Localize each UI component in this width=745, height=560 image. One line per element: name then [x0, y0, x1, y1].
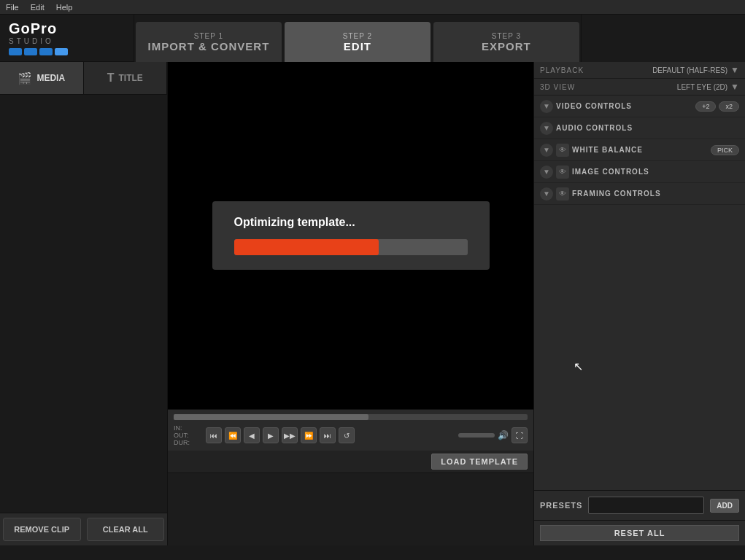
logo-gopro-text: GoPro: [9, 20, 68, 37]
white-balance-row: ▼ 👁 WHITE BALANCE PICK: [534, 139, 745, 161]
audio-controls-collapse[interactable]: ▼: [540, 122, 553, 135]
load-template-area: LOAD TEMPLATE: [168, 451, 533, 472]
step1-name: IMPORT & CONVERT: [148, 40, 270, 52]
dur-label: DUR:: [174, 439, 203, 446]
play-button[interactable]: ▶▶: [282, 427, 298, 443]
clear-all-button[interactable]: CLEAR ALL: [87, 518, 165, 541]
playback-row: PLAYBACK DEFAULT (HALF-RES) ▼: [534, 62, 745, 79]
controls-row: IN: OUT: DUR: ⏮ ⏪ ◀ ▶ ▶▶ ⏩ ⏭ ↺ 🔊 ⛶: [174, 424, 528, 446]
left-content-area: [0, 95, 167, 513]
playback-chevron-icon: ▼: [730, 65, 739, 75]
playback-label: PLAYBACK: [540, 66, 652, 74]
reset-all-button[interactable]: RESET ALL: [540, 525, 739, 541]
center-panel: Optimizing template... ↖ IN: OUT: DUR: ⏮…: [168, 62, 533, 545]
main-area: 🎬 MEDIA T TITLE REMOVE CLIP CLEAR ALL Op…: [0, 62, 745, 545]
fast-forward-button[interactable]: ⏩: [301, 427, 317, 443]
presets-input[interactable]: [588, 497, 704, 514]
framing-controls-row: ▼ 👁 FRAMING CONTROLS: [534, 183, 745, 205]
video-area: Optimizing template... ↖: [168, 62, 533, 409]
playback-controls-area: IN: OUT: DUR: ⏮ ⏪ ◀ ▶ ▶▶ ⏩ ⏭ ↺ 🔊 ⛶: [168, 409, 533, 451]
menu-bar: File Edit Help: [0, 0, 745, 15]
framing-controls-collapse[interactable]: ▼: [540, 187, 553, 201]
audio-controls-label: AUDIO CONTROLS: [556, 124, 739, 132]
volume-area: 🔊: [458, 430, 509, 440]
reset-all-area: RESET ALL: [534, 520, 745, 545]
3d-view-row: 3D VIEW LEFT EYE (2D) ▼: [534, 79, 745, 96]
playback-value[interactable]: DEFAULT (HALF-RES): [652, 66, 727, 74]
tab-media[interactable]: 🎬 MEDIA: [0, 62, 84, 94]
title-icon: T: [107, 71, 115, 85]
3d-view-value[interactable]: LEFT EYE (2D): [677, 83, 727, 91]
white-balance-pick-button[interactable]: PICK: [711, 145, 739, 155]
add-preset-button[interactable]: ADD: [710, 499, 739, 513]
remove-clip-button[interactable]: REMOVE CLIP: [3, 518, 81, 541]
loop-button[interactable]: ↺: [339, 427, 355, 443]
step1-number: STEP 1: [194, 32, 223, 40]
mouse-cursor: ↖: [574, 359, 583, 373]
right-panel: PLAYBACK DEFAULT (HALF-RES) ▼ 3D VIEW LE…: [533, 62, 745, 545]
menu-file[interactable]: File: [6, 3, 19, 12]
white-balance-collapse[interactable]: ▼: [540, 144, 553, 157]
step-back-button[interactable]: ◀: [244, 427, 260, 443]
logo-dot-2: [24, 48, 37, 55]
logo-dot-4: [55, 48, 68, 55]
3d-view-label: 3D VIEW: [540, 83, 677, 91]
video-controls-collapse[interactable]: ▼: [540, 100, 553, 113]
progress-text: Optimizing template...: [234, 216, 468, 229]
load-template-button[interactable]: LOAD TEMPLATE: [431, 454, 528, 470]
tab-title[interactable]: T TITLE: [84, 62, 168, 94]
media-icon: 🎬: [18, 71, 32, 85]
audio-controls-row: ▼ AUDIO CONTROLS: [534, 117, 745, 139]
volume-icon: 🔊: [498, 430, 509, 440]
volume-bar[interactable]: [458, 433, 495, 438]
step-tab-edit[interactable]: STEP 2 EDIT: [285, 22, 431, 62]
right-controls-list: PLAYBACK DEFAULT (HALF-RES) ▼ 3D VIEW LE…: [534, 62, 745, 276]
step-forward-button[interactable]: ▶: [263, 427, 279, 443]
in-out-dur-labels: IN: OUT: DUR:: [174, 424, 203, 446]
fast-back-button[interactable]: ⏪: [225, 427, 241, 443]
progress-bar-background: [234, 239, 468, 255]
framing-controls-label: FRAMING CONTROLS: [572, 190, 739, 198]
logo: GoPro STUDIO: [9, 20, 68, 55]
video-controls-label: VIDEO CONTROLS: [556, 102, 692, 110]
left-bottom-buttons: REMOVE CLIP CLEAR ALL: [0, 513, 167, 545]
step-tab-import[interactable]: STEP 1 IMPORT & CONVERT: [136, 22, 282, 62]
framing-controls-eye-icon[interactable]: 👁: [556, 187, 569, 201]
skip-back-button[interactable]: ⏮: [206, 427, 222, 443]
video-controls-pill-x2[interactable]: x2: [719, 101, 739, 112]
logo-studio-text: STUDIO: [9, 37, 68, 45]
image-controls-row: ▼ 👁 IMAGE CONTROLS: [534, 161, 745, 183]
out-label: OUT:: [174, 432, 203, 439]
timeline-scrubber[interactable]: [174, 414, 528, 420]
3d-view-chevron-icon: ▼: [730, 82, 739, 92]
video-controls-pill-plus2[interactable]: +2: [695, 101, 716, 112]
white-balance-eye-icon[interactable]: 👁: [556, 144, 569, 157]
timeline-area: [168, 472, 533, 545]
step2-number: STEP 2: [343, 32, 372, 40]
left-panel: 🎬 MEDIA T TITLE REMOVE CLIP CLEAR ALL: [0, 62, 168, 545]
step3-number: STEP 3: [492, 32, 521, 40]
white-balance-label: WHITE BALANCE: [572, 146, 708, 154]
progress-bar-fill: [234, 239, 379, 255]
menu-help[interactable]: Help: [56, 3, 73, 12]
left-tabs: 🎬 MEDIA T TITLE: [0, 62, 167, 95]
step3-name: EXPORT: [482, 40, 531, 52]
progress-dialog: Optimizing template...: [212, 201, 490, 270]
skip-forward-button[interactable]: ⏭: [320, 427, 336, 443]
step2-name: EDIT: [344, 40, 371, 52]
presets-area: PRESETS ADD: [534, 490, 745, 520]
logo-dot-1: [9, 48, 22, 55]
logo-dots: [9, 48, 68, 55]
image-controls-collapse[interactable]: ▼: [540, 166, 553, 179]
right-spacer: [534, 276, 745, 491]
tab-title-label: TITLE: [118, 73, 142, 83]
timeline-fill: [174, 414, 368, 420]
tab-media-label: MEDIA: [36, 73, 65, 83]
fullscreen-button[interactable]: ⛶: [512, 427, 528, 443]
logo-bar: GoPro STUDIO: [0, 15, 134, 62]
image-controls-eye-icon[interactable]: 👁: [556, 166, 569, 179]
step-tab-export[interactable]: STEP 3 EXPORT: [433, 22, 579, 62]
video-controls-row: ▼ VIDEO CONTROLS +2 x2: [534, 96, 745, 117]
logo-dot-3: [39, 48, 53, 55]
menu-edit[interactable]: Edit: [31, 3, 45, 12]
